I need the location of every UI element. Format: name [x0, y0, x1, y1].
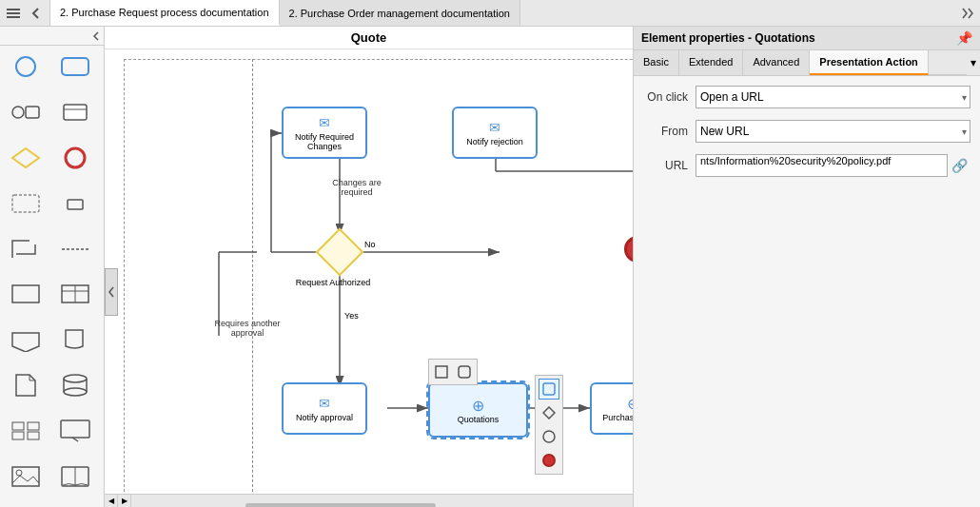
task-icon-quotations: ⊕	[472, 397, 484, 415]
label-url: URL	[643, 159, 696, 172]
shape-doc[interactable]	[53, 322, 97, 357]
svg-rect-12	[68, 200, 83, 209]
scroll-thumb-h[interactable]	[245, 503, 436, 508]
left-panel	[0, 27, 105, 507]
svg-point-30	[16, 470, 22, 476]
tab-chevrons[interactable]	[955, 7, 980, 20]
scroll-left-btn[interactable]: ◀	[105, 495, 118, 508]
label-gateway: Request Authorized	[290, 278, 376, 287]
rpanel-tab-presentation[interactable]: Presentation Action	[810, 50, 929, 75]
select-wrapper-from: New URL Current Window New Tab ▾	[696, 120, 970, 143]
shape-book[interactable]	[53, 459, 97, 494]
svg-rect-26	[28, 432, 39, 439]
shape-rect-shadow[interactable]	[53, 95, 97, 129]
select-onclick[interactable]: Open a URL Navigate None	[696, 86, 970, 108]
svg-rect-11	[12, 195, 39, 212]
svg-rect-1	[7, 12, 20, 14]
task-notify-approval[interactable]: ✉ Notify approval	[282, 382, 367, 435]
svg-point-51	[543, 431, 555, 442]
label-yes: Yes	[344, 311, 359, 321]
shape-opt-end[interactable]	[539, 450, 559, 471]
tab-purchase-request[interactable]: 2. Purchase Request process documentatio…	[50, 0, 280, 26]
task-notify-required[interactable]: ✉ Notify Required Changes	[282, 107, 367, 159]
back-icon[interactable]	[27, 4, 46, 23]
shape-circle-double[interactable]	[53, 141, 97, 175]
float-btn-rounded[interactable]	[454, 361, 475, 382]
svg-marker-9	[12, 148, 39, 167]
shape-corner[interactable]	[4, 232, 48, 266]
shape-small-rect[interactable]	[53, 186, 97, 221]
rpanel-tab-basic[interactable]: Basic	[634, 50, 679, 75]
tab-purchase-order[interactable]: 2. Purchase Order management documentati…	[280, 0, 520, 26]
label-from: From	[643, 125, 696, 138]
right-panel-header: Element properties - Quotations 📌	[634, 27, 980, 50]
top-bar: 2. Purchase Request process documentatio…	[0, 0, 980, 27]
svg-point-22	[64, 388, 87, 396]
right-panel-content: On click Open a URL Navigate None ▾ From	[634, 76, 980, 507]
shape-monitor[interactable]	[53, 414, 97, 448]
task-icon-notify-approval: ✉	[319, 396, 330, 411]
shape-image[interactable]	[4, 459, 48, 494]
shape-plain-rect[interactable]	[4, 277, 48, 311]
task-purchase-order[interactable]: ⊕ Purchase Order	[590, 382, 633, 435]
scroll-right-btn[interactable]: ▶	[118, 495, 131, 508]
svg-rect-4	[62, 58, 88, 75]
svg-point-19	[64, 375, 87, 382]
svg-point-10	[66, 148, 85, 167]
shape-diamond[interactable]	[4, 141, 48, 175]
shape-table[interactable]	[53, 277, 97, 311]
svg-rect-29	[12, 467, 39, 486]
rpanel-tab-advanced[interactable]: Advanced	[743, 50, 810, 75]
shape-pentagon[interactable]	[4, 322, 48, 357]
right-panel-tabs: Basic Extended Advanced Presentation Act…	[634, 50, 980, 76]
svg-rect-49	[543, 383, 555, 395]
svg-marker-18	[12, 333, 39, 352]
svg-point-52	[543, 455, 555, 466]
float-toolbar	[428, 359, 478, 385]
task-notify-rejection[interactable]: ✉ Notify rejection	[452, 107, 538, 159]
svg-point-3	[16, 57, 35, 76]
svg-rect-25	[12, 432, 24, 439]
svg-rect-14	[12, 285, 39, 302]
form-row-onclick: On click Open a URL Navigate None ▾	[643, 86, 970, 108]
rpanel-tab-extended[interactable]: Extended	[679, 50, 743, 75]
toolbar-left	[0, 0, 50, 26]
shape-opt-diamond[interactable]	[539, 402, 559, 423]
svg-rect-48	[459, 366, 470, 378]
svg-rect-47	[436, 366, 447, 378]
shape-cylinder[interactable]	[53, 368, 97, 402]
shape-file[interactable]	[4, 368, 48, 402]
canvas-nav-left[interactable]	[105, 268, 118, 316]
url-link-icon[interactable]: 🔗	[948, 154, 970, 177]
shape-opt-rect[interactable]	[539, 379, 559, 400]
select-from[interactable]: New URL Current Window New Tab	[696, 120, 970, 143]
shape-circle-small[interactable]	[4, 95, 48, 129]
float-btn-rect[interactable]	[431, 361, 452, 382]
tab-dropdown-btn[interactable]: ▾	[967, 50, 980, 75]
shape-circle-outline[interactable]	[4, 49, 48, 84]
label-no: No	[364, 240, 376, 249]
shape-rect-outline[interactable]	[53, 49, 97, 84]
svg-rect-6	[26, 107, 39, 118]
select-wrapper-onclick: Open a URL Navigate None ▾	[696, 86, 970, 108]
canvas-scroll[interactable]: ✉ Notify Required Changes ✉ Notify rejec…	[105, 49, 633, 494]
tab-spacer	[929, 50, 967, 75]
svg-rect-24	[28, 422, 39, 430]
canvas-area: Quote	[105, 27, 633, 507]
url-input[interactable]: nts/Information%20security%20policy.pdf	[696, 154, 948, 177]
task-quotations[interactable]: ⊕ Quotations	[428, 382, 528, 438]
main-content: Quote	[0, 27, 980, 507]
canvas-bottom-bar: ◀ ▶	[105, 494, 633, 507]
collapse-button[interactable]	[0, 27, 104, 46]
svg-rect-27	[61, 420, 89, 438]
canvas-inner: ✉ Notify Required Changes ✉ Notify rejec…	[105, 49, 633, 494]
shape-opt-circle[interactable]	[539, 426, 559, 447]
shape-options-panel	[535, 375, 563, 475]
shape-rect-dashed[interactable]	[4, 186, 48, 221]
pin-icon[interactable]: 📌	[956, 30, 972, 46]
form-row-url: URL nts/Information%20security%20policy.…	[643, 154, 970, 177]
shape-grid[interactable]	[4, 414, 48, 448]
menu-icon[interactable]	[4, 4, 23, 23]
shape-dashed-line[interactable]	[53, 232, 97, 266]
svg-rect-7	[64, 105, 87, 120]
